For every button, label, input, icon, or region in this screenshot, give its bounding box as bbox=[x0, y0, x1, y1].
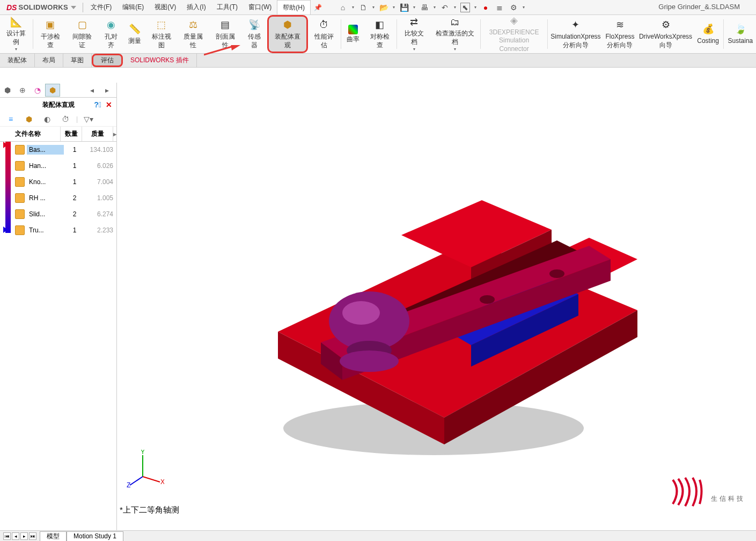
tab-evaluate[interactable]: 评估 bbox=[92, 54, 123, 67]
grouped-icon[interactable]: ⬢ bbox=[21, 113, 36, 126]
tab-addins[interactable]: SOLIDWORKS 插件 bbox=[123, 54, 197, 67]
col-mass[interactable]: 质量 bbox=[82, 127, 113, 141]
pin-icon[interactable]: 📌 bbox=[314, 4, 322, 11]
cell-mass: 6.274 bbox=[85, 210, 116, 218]
panel-tab-feature-icon[interactable]: ⬢ bbox=[0, 84, 15, 97]
list-item[interactable]: RH ...21.005 bbox=[0, 190, 116, 206]
tab-layout[interactable]: 布局 bbox=[35, 54, 63, 67]
symmetry-icon: ◧ bbox=[373, 19, 386, 32]
flat-nested-icon[interactable]: ≡ bbox=[3, 113, 18, 126]
driveworks-button[interactable]: ⚙DriveWorksXpress向导 bbox=[637, 15, 694, 53]
close-icon[interactable]: ✕ bbox=[106, 100, 112, 109]
compare-button[interactable]: ⇄比较文档▾ bbox=[398, 15, 430, 53]
menu-tools[interactable]: 工具(T) bbox=[211, 0, 243, 14]
panel-title: 装配体直观 bbox=[42, 100, 75, 109]
logo-dropdown-icon[interactable] bbox=[71, 6, 76, 9]
tab-next-icon[interactable]: ▸ bbox=[20, 532, 28, 540]
tab-sketch[interactable]: 草图 bbox=[63, 54, 92, 67]
add-column-icon[interactable]: ▸ bbox=[113, 130, 116, 138]
cell-qty: 1 bbox=[64, 146, 85, 153]
select-icon[interactable]: ⬉ bbox=[460, 3, 470, 12]
interference-button[interactable]: ▣干涉检查 bbox=[34, 15, 66, 53]
document-title: Gripe Grinder_&.SLDASM bbox=[658, 3, 740, 11]
list-item[interactable]: Bas...1134.103 bbox=[0, 142, 116, 158]
menu-file[interactable]: 文件(F) bbox=[85, 0, 117, 14]
curvature-button[interactable]: 曲率 bbox=[342, 15, 364, 53]
simxpress-button[interactable]: ✦SimulationXpress分析向导 bbox=[549, 15, 603, 53]
perf-eval-button[interactable]: ⏱性能评估 bbox=[308, 15, 340, 53]
compare-icon: ⇄ bbox=[408, 16, 421, 28]
section-props-button[interactable]: ▤剖面属性 bbox=[209, 15, 241, 53]
menu-edit[interactable]: 编辑(E) bbox=[117, 0, 149, 14]
assembly-model[interactable] bbox=[214, 138, 654, 471]
symmetry-button[interactable]: ◧对称检查 bbox=[364, 15, 395, 53]
orientation-triad[interactable]: Y X Z bbox=[127, 450, 164, 487]
curvature-icon bbox=[348, 25, 358, 34]
cell-qty: 1 bbox=[64, 162, 85, 170]
svg-text:Y: Y bbox=[141, 450, 145, 456]
cell-name: Bas... bbox=[27, 145, 64, 155]
filter-icon[interactable]: ▽▾ bbox=[81, 113, 96, 126]
floxpress-button[interactable]: ≋FloXpress分析向导 bbox=[603, 15, 637, 53]
part-icon bbox=[15, 225, 25, 235]
graphics-viewport[interactable]: Y X Z *上下二等角轴测 生信科技 bbox=[117, 69, 756, 530]
assembly-visualization-button[interactable]: ⬢装配体直观 bbox=[267, 15, 308, 53]
design-study-button[interactable]: 📐设计算例▾ bbox=[0, 15, 32, 53]
list-item[interactable]: Tru...12.233 bbox=[0, 222, 116, 238]
col-filename[interactable]: 文件名称 bbox=[0, 127, 61, 141]
save-icon[interactable]: 💾 bbox=[399, 3, 409, 12]
svg-text:Z: Z bbox=[127, 481, 130, 487]
performance-icon[interactable]: ⏱ bbox=[58, 113, 73, 126]
value-bars-icon[interactable]: ◐ bbox=[40, 113, 55, 126]
gradient-max-marker[interactable] bbox=[3, 142, 8, 148]
check-activated-icon: 🗂 bbox=[449, 16, 461, 28]
sustain-button[interactable]: 🍃Sustaina bbox=[725, 15, 756, 53]
panel-prev-icon[interactable]: ◂ bbox=[84, 84, 99, 97]
undo-icon[interactable]: ↶ bbox=[440, 3, 450, 12]
check-activated-button[interactable]: 🗂检查激活的文档▾ bbox=[430, 15, 480, 53]
dim-view-button[interactable]: ⬚标注视图 bbox=[145, 15, 177, 53]
bottom-tab-nav: ⏮ ◂ ▸ ⏭ bbox=[0, 532, 40, 540]
tab-first-icon[interactable]: ⏮ bbox=[3, 532, 11, 540]
panel-next-icon[interactable]: ▸ bbox=[99, 84, 114, 97]
panel-tab-property-icon[interactable]: ⊕ bbox=[15, 84, 30, 97]
clearance-icon: ▢ bbox=[76, 19, 89, 32]
settings-icon[interactable]: ⚙ bbox=[509, 3, 518, 12]
clearance-button[interactable]: ▢间隙验证 bbox=[67, 15, 98, 53]
menu-window[interactable]: 窗口(W) bbox=[243, 0, 277, 14]
hole-align-button[interactable]: ◉孔对齐 bbox=[98, 15, 124, 53]
sensors-button[interactable]: 📡传感器 bbox=[241, 15, 267, 53]
home-icon[interactable]: ⌂ bbox=[338, 3, 348, 12]
menu-insert[interactable]: 插入(I) bbox=[181, 0, 211, 14]
menu-help[interactable]: 帮助(H) bbox=[277, 0, 311, 14]
panel-tab-config-icon[interactable]: ◔ bbox=[30, 84, 45, 97]
list-item[interactable]: Slid...26.274 bbox=[0, 206, 116, 222]
list-item[interactable]: Kno...17.004 bbox=[0, 174, 116, 190]
tab-last-icon[interactable]: ⏭ bbox=[29, 532, 36, 540]
costing-button[interactable]: 💰Costing bbox=[694, 15, 722, 53]
measure-button[interactable]: 📏测量 bbox=[124, 15, 145, 53]
app-logo[interactable]: DS SOLIDWORKS bbox=[2, 3, 80, 12]
mass-props-button[interactable]: ⚖质量属性 bbox=[178, 15, 209, 53]
help-icon[interactable]: ?⃝ bbox=[94, 100, 101, 109]
watermark: 生信科技 bbox=[670, 474, 745, 509]
rebuild-icon[interactable]: ● bbox=[481, 3, 490, 12]
new-icon[interactable]: 🗋 bbox=[358, 3, 368, 12]
gradient-bar[interactable] bbox=[5, 142, 11, 233]
tab-assembly[interactable]: 装配体 bbox=[0, 54, 35, 67]
panel-tab-asmvis-icon[interactable]: ⬢ bbox=[45, 84, 60, 97]
print-icon[interactable]: 🖶 bbox=[420, 3, 429, 12]
options-icon[interactable]: ≣ bbox=[495, 3, 504, 12]
list-item[interactable]: Han...16.026 bbox=[0, 158, 116, 174]
bottom-tab-bar: ⏮ ◂ ▸ ⏭ 模型 Motion Study 1 bbox=[0, 530, 756, 541]
open-icon[interactable]: 📂 bbox=[379, 3, 388, 12]
col-qty[interactable]: 数量 bbox=[61, 127, 82, 141]
bottom-tab-motion[interactable]: Motion Study 1 bbox=[67, 531, 123, 541]
gradient-min-marker[interactable] bbox=[3, 226, 8, 233]
cell-name: Slid... bbox=[27, 209, 64, 219]
menu-view[interactable]: 视图(V) bbox=[149, 0, 181, 14]
bottom-tab-model[interactable]: 模型 bbox=[40, 531, 67, 541]
panel-title-bar: 装配体直观 ?⃝ ✕ bbox=[0, 98, 116, 112]
tab-prev-icon[interactable]: ◂ bbox=[12, 532, 19, 540]
command-tabs: 装配体 布局 草图 评估 SOLIDWORKS 插件 bbox=[0, 54, 756, 68]
